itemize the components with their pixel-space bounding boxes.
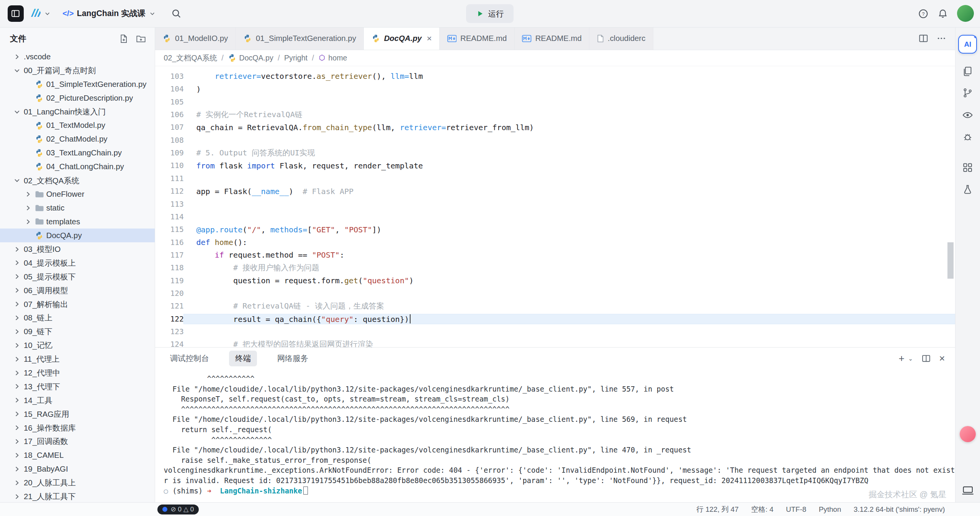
tree-item-00_开篇词_奇点时刻[interactable]: 00_开篇词_奇点时刻 [0, 64, 155, 77]
panel-tab-终端[interactable]: 终端 [229, 351, 257, 366]
tree-item-.vscode[interactable]: .vscode [0, 50, 155, 64]
tree-item-12_代理中[interactable]: 12_代理中 [0, 366, 155, 380]
panel-tab-网络服务[interactable]: 网络服务 [271, 351, 314, 366]
terminal-view[interactable]: ^^^^^^^^^^^ File "/home/cloudide/.local/… [155, 369, 955, 502]
tree-item-03_模型IO[interactable]: 03_模型IO [0, 242, 155, 256]
source-control-button[interactable] [959, 84, 977, 102]
code-line-112[interactable]: 112app = Flask(__name__) # Flask APP [155, 185, 955, 198]
status-item[interactable]: 空格: 4 [751, 505, 773, 514]
code-line-109[interactable]: 109# 5. Output 问答系统的UI实现 [155, 147, 955, 159]
test-beaker-button[interactable] [959, 181, 977, 198]
tree-item-05_提示模板下[interactable]: 05_提示模板下 [0, 270, 155, 284]
code-line-106[interactable]: 106# 实例化一个RetrievalQA链 [155, 108, 955, 121]
tree-item-04_提示模板上[interactable]: 04_提示模板上 [0, 256, 155, 270]
tree-item-11_代理上[interactable]: 11_代理上 [0, 352, 155, 366]
tree-item-01_LangChain快速入门[interactable]: 01_LangChain快速入门 [0, 105, 155, 119]
tree-item-09_链下[interactable]: 09_链下 [0, 325, 155, 338]
editor-tab-01_ModelIO.py[interactable]: 01_ModelIO.py [155, 28, 236, 50]
status-item[interactable]: UTF-8 [786, 505, 806, 514]
code-line-119[interactable]: 119 question = request.form.get("questio… [155, 274, 955, 287]
ide-logo-menu[interactable] [29, 7, 51, 20]
code-line-114[interactable]: 114 [155, 211, 955, 223]
user-avatar[interactable] [957, 5, 974, 22]
new-terminal-button[interactable]: + [898, 353, 904, 363]
status-item[interactable]: Python [819, 505, 841, 514]
breadcrumb-item-02_文档QA系统[interactable]: 02_文档QA系统 [164, 53, 217, 63]
code-line-120[interactable]: 120 [155, 287, 955, 300]
support-floating-button[interactable] [960, 426, 976, 442]
editor-tab-DocQA.py[interactable]: DocQA.py× [364, 28, 440, 50]
editor-tab-README.md[interactable]: README.md [515, 28, 590, 50]
tree-item-15_RAG应用[interactable]: 15_RAG应用 [0, 407, 155, 421]
code-line-110[interactable]: 110from flask import Flask, request, ren… [155, 159, 955, 172]
tree-item-DocQA.py[interactable]: DocQA.py [0, 229, 155, 242]
tree-item-01_TextModel.py[interactable]: 01_TextModel.py [0, 119, 155, 132]
ai-assistant-button[interactable]: AI ✦ [958, 35, 977, 54]
tree-item-21_人脉工具下[interactable]: 21_人脉工具下 [0, 490, 155, 502]
terminal-dropdown-icon[interactable]: ⌄ [908, 355, 913, 362]
tree-item-18_CAMEL[interactable]: 18_CAMEL [0, 448, 155, 462]
tree-item-03_TextLangChain.py[interactable]: 03_TextLangChain.py [0, 146, 155, 160]
panel-tab-调试控制台[interactable]: 调试控制台 [164, 351, 216, 366]
notifications-bell-button[interactable] [937, 8, 948, 19]
close-panel-button[interactable]: × [939, 353, 945, 363]
tree-item-templates[interactable]: templates [0, 215, 155, 229]
code-line-116[interactable]: 116def home(): [155, 236, 955, 248]
tree-item-13_代理下[interactable]: 13_代理下 [0, 380, 155, 394]
tree-item-04_ChatLongChain.py[interactable]: 04_ChatLongChain.py [0, 160, 155, 174]
breadcrumb-item-Pyright[interactable]: Pyright [284, 54, 308, 62]
new-file-button[interactable] [119, 34, 128, 43]
breadcrumb-item-home[interactable]: home [318, 54, 347, 62]
code-line-108[interactable]: 108 [155, 134, 955, 147]
search-button[interactable] [171, 8, 182, 19]
device-laptop-icon[interactable] [962, 486, 974, 498]
tree-item-08_链上[interactable]: 08_链上 [0, 311, 155, 325]
tree-item-static[interactable]: static [0, 201, 155, 215]
code-line-115[interactable]: 115@app.route("/", methods=["GET", "POST… [155, 223, 955, 236]
docs-panel-button[interactable] [959, 62, 977, 80]
tree-item-17_回调函数[interactable]: 17_回调函数 [0, 434, 155, 448]
run-button[interactable]: 运行 [466, 4, 514, 23]
code-line-122[interactable]: 122 result = qa_chain({"query": question… [155, 313, 955, 325]
code-line-113[interactable]: 113 [155, 198, 955, 210]
code-line-104[interactable]: 104) [155, 83, 955, 95]
tree-item-02_ChatModel.py[interactable]: 02_ChatModel.py [0, 132, 155, 146]
new-folder-button[interactable] [136, 34, 146, 43]
tree-item-20_人脉工具上[interactable]: 20_人脉工具上 [0, 476, 155, 490]
ide-status-pill[interactable]: ⊘ 0 △ 0 [157, 505, 199, 514]
breadcrumb-item-DocQA.py[interactable]: DocQA.py [228, 54, 273, 62]
split-terminal-button[interactable] [922, 354, 931, 363]
status-item[interactable]: 行 122, 列 47 [696, 505, 738, 514]
tree-item-14_工具[interactable]: 14_工具 [0, 394, 155, 407]
layout-toggle-button[interactable] [8, 5, 24, 21]
split-editor-button[interactable] [919, 34, 928, 43]
debug-bug-button[interactable] [959, 128, 977, 146]
tree-item-16_操作数据库[interactable]: 16_操作数据库 [0, 421, 155, 435]
editor-tab-README.md[interactable]: README.md [440, 28, 515, 50]
code-line-124[interactable]: 124 # 把大模型的回答结果返回网页进行渲染 [155, 338, 955, 347]
editor-tab-01_SimpleTextGeneration.py[interactable]: 01_SimpleTextGeneration.py [236, 28, 364, 50]
code-line-118[interactable]: 118 # 接收用户输入作为问题 [155, 261, 955, 274]
editor-scrollbar-thumb[interactable] [947, 242, 954, 279]
tree-item-19_BabyAGI[interactable]: 19_BabyAGI [0, 462, 155, 476]
code-line-117[interactable]: 117 if request.method == "POST": [155, 249, 955, 261]
tree-item-02_PictureDescription.py[interactable]: 02_PictureDescription.py [0, 91, 155, 105]
code-line-107[interactable]: 107qa_chain = RetrievalQA.from_chain_typ… [155, 121, 955, 134]
tree-item-06_调用模型[interactable]: 06_调用模型 [0, 284, 155, 297]
code-line-123[interactable]: 123 [155, 325, 955, 338]
workspace-switcher[interactable]: </> LangChain 实战课 [62, 8, 156, 19]
status-item[interactable]: 3.12.2 64-bit ('shims': pyenv) [854, 505, 945, 514]
more-actions-button[interactable] [937, 34, 946, 43]
tree-item-01_SimpleTextGeneration.py[interactable]: 01_SimpleTextGeneration.py [0, 77, 155, 91]
tree-item-OneFlower[interactable]: OneFlower [0, 187, 155, 201]
code-line-105[interactable]: 105 [155, 95, 955, 108]
code-line-121[interactable]: 121 # RetrievalQA链 - 读入问题，生成答案 [155, 300, 955, 312]
tree-item-02_文档QA系统[interactable]: 02_文档QA系统 [0, 174, 155, 188]
close-tab-icon[interactable]: × [427, 34, 432, 43]
tree-item-07_解析输出[interactable]: 07_解析输出 [0, 297, 155, 311]
code-editor[interactable]: 103 retriever=vectorstore.as_retriever()… [155, 66, 955, 347]
editor-tab-.cloudiderc[interactable]: .cloudiderc [589, 28, 653, 50]
extensions-grid-button[interactable] [959, 158, 977, 176]
preview-eye-button[interactable] [959, 106, 977, 124]
code-line-103[interactable]: 103 retriever=vectorstore.as_retriever()… [155, 70, 955, 83]
